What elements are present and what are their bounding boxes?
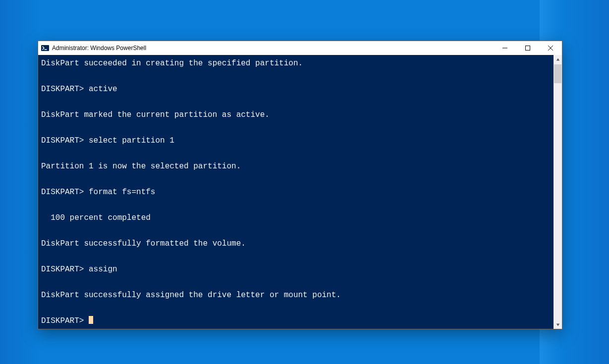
terminal-line: [41, 302, 551, 314]
terminal-line: 100 percent completed: [41, 211, 551, 224]
terminal-line: [41, 173, 551, 186]
terminal-line: DISKPART>: [41, 314, 551, 327]
titlebar[interactable]: Administrator: Windows PowerShell: [38, 41, 562, 55]
desktop-bg-stripe: [0, 0, 40, 364]
terminal-line: [41, 147, 551, 160]
terminal-line: [41, 121, 551, 134]
terminal-line: DISKPART> active: [41, 83, 551, 96]
scroll-up-arrow-icon[interactable]: [554, 55, 562, 63]
scrollbar-track[interactable]: [554, 63, 562, 320]
terminal-area: DiskPart succeeded in creating the speci…: [38, 55, 562, 329]
terminal-line: [41, 96, 551, 108]
terminal-cursor: [89, 316, 93, 324]
powershell-icon: [41, 44, 49, 52]
terminal-line: DiskPart marked the current partition as…: [41, 108, 551, 121]
terminal-line: DISKPART> assign: [41, 263, 551, 276]
terminal-line: [41, 70, 551, 83]
terminal-line: [41, 224, 551, 237]
svg-rect-0: [41, 45, 49, 51]
close-button[interactable]: [539, 41, 562, 55]
window-controls: [494, 41, 562, 55]
window-title: Administrator: Windows PowerShell: [52, 45, 146, 52]
minimize-button[interactable]: [494, 41, 516, 55]
scrollbar-thumb[interactable]: [554, 64, 561, 83]
terminal-line: DISKPART> format fs=ntfs: [41, 186, 551, 199]
terminal-line: DiskPart successfully formatted the volu…: [41, 237, 551, 250]
powershell-window: Administrator: Windows PowerShell DiskPa…: [38, 41, 562, 329]
terminal-line: [41, 276, 551, 289]
terminal-line: Partition 1 is now the selected partitio…: [41, 160, 551, 173]
terminal-line: DiskPart succeeded in creating the speci…: [41, 57, 551, 70]
vertical-scrollbar[interactable]: [554, 55, 562, 329]
scroll-down-arrow-icon[interactable]: [554, 320, 562, 329]
terminal-line: DiskPart successfully assigned the drive…: [41, 289, 551, 302]
terminal-output[interactable]: DiskPart succeeded in creating the speci…: [38, 55, 554, 329]
terminal-line: DISKPART> select partition 1: [41, 134, 551, 147]
terminal-line: [41, 199, 551, 211]
maximize-button[interactable]: [516, 41, 539, 55]
terminal-line: [41, 250, 551, 263]
svg-rect-3: [526, 46, 530, 51]
